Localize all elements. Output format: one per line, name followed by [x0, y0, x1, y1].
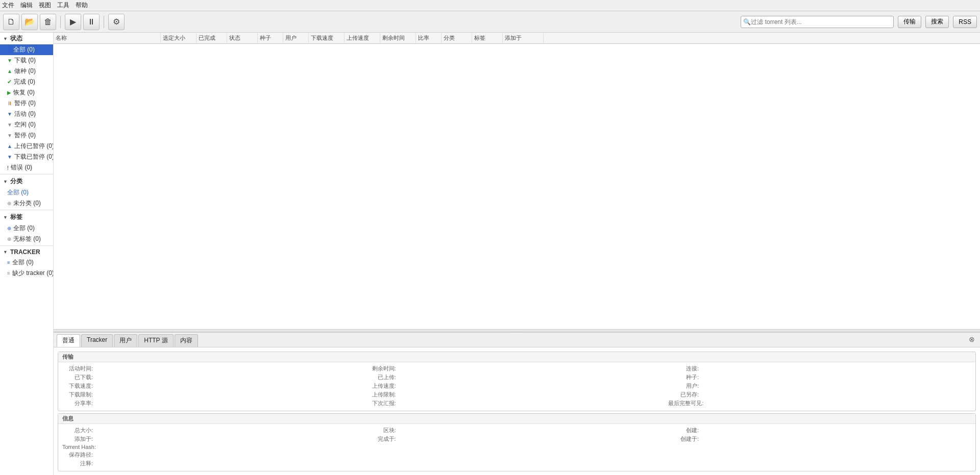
sidebar-item-paused[interactable]: ⏸ 暂停 (0) — [0, 98, 53, 109]
sidebar-item-idle[interactable]: ▼ 空闲 (0) — [0, 119, 53, 130]
menubar: 文件 编辑 视图 工具 帮助 — [0, 0, 980, 11]
upload-button[interactable]: 传输 — [898, 16, 921, 28]
dl-pause-icon: ▼ — [7, 154, 12, 160]
ul-speed-row: 上传速度: — [365, 382, 669, 390]
col-ratio[interactable]: 比率 — [416, 33, 442, 43]
col-tag[interactable]: 标签 — [472, 33, 503, 43]
hash-label: Torrent Hash: — [62, 444, 96, 450]
sidebar-item-seeding[interactable]: ▲ 做种 (0) — [0, 66, 53, 77]
tracker-section-header[interactable]: ▼ TRACKER — [0, 247, 53, 257]
pause-button[interactable]: ⏸ — [83, 14, 100, 30]
tab-content[interactable]: 内容 — [175, 334, 198, 347]
category-section-label: 分类 — [10, 177, 22, 186]
pieces-label: 区块: — [365, 427, 396, 434]
seed-label: 做种 (0) — [14, 67, 36, 76]
uncat-icon: ⊕ — [7, 201, 11, 206]
uploaded-label: 已上传: — [365, 373, 396, 381]
seeds-row: 种子: — [668, 373, 971, 382]
sidebar-item-downloading[interactable]: ▼ 下载 (0) — [0, 55, 53, 66]
sidebar-item-error[interactable]: ! 错误 (0) — [0, 162, 53, 173]
share-ratio-row: 分享率: — [62, 399, 365, 408]
tab-general[interactable]: 普通 — [57, 334, 80, 347]
sidebar: ▼ 状态 全部 (0) ▼ 下载 (0) ▲ 做种 (0) ✔ 完成 (0) ▶… — [0, 33, 54, 475]
menu-file[interactable]: 文件 — [2, 1, 14, 10]
sidebar-item-active[interactable]: ▼ 活动 (0) — [0, 109, 53, 119]
downloaded-label: 已下载: — [62, 373, 93, 381]
menu-help[interactable]: 帮助 — [76, 1, 88, 10]
sidebar-item-tag-all[interactable]: ⊕ 全部 (0) — [0, 223, 53, 234]
tracker-few-icon: ≡ — [7, 270, 10, 276]
tab-tracker[interactable]: Tracker — [81, 334, 113, 347]
added-at-label: 添加于: — [62, 435, 93, 443]
col-eta[interactable]: 剩余时间 — [380, 33, 416, 43]
sidebar-item-uncat[interactable]: ⊕ 未分类 (0) — [0, 198, 53, 209]
error-icon: ! — [7, 165, 9, 171]
delete-button[interactable]: 🗑 — [40, 14, 56, 30]
sidebar-item-resume[interactable]: ▶ 恢复 (0) — [0, 87, 53, 98]
active-time-row: 活动时间: — [62, 364, 365, 373]
status-section-header[interactable]: ▼ 状态 — [0, 33, 53, 44]
sidebar-item-dl-paused[interactable]: ▼ 下载已暂停 (0) — [0, 152, 53, 162]
detail-content: 传输 活动时间: 已下载: — [54, 347, 980, 475]
start-button[interactable]: ▶ — [65, 14, 81, 30]
col-category[interactable]: 分类 — [442, 33, 472, 43]
last-seen-row: 最后完整可见: — [668, 399, 971, 408]
resume-label: 恢复 (0) — [13, 88, 35, 97]
dl-arrow-icon: ▼ — [7, 58, 12, 63]
ul-speed-label: 上传速度: — [365, 382, 396, 390]
tab-peers[interactable]: 用户 — [114, 334, 137, 347]
sidebar-item-notag[interactable]: ⊕ 无标签 (0) — [0, 234, 53, 244]
sidebar-item-all[interactable]: 全部 (0) — [0, 44, 53, 55]
open-button[interactable]: 📂 — [21, 14, 38, 30]
next-announce-row: 下次汇报: — [365, 399, 669, 408]
sidebar-item-upload-paused[interactable]: ▲ 上传已暂停 (0) — [0, 141, 53, 152]
col-size[interactable]: 选定大小 — [161, 33, 197, 43]
uploaded-row: 已上传: — [365, 373, 669, 382]
downloaded-row: 已下载: — [62, 373, 365, 382]
tab-http[interactable]: HTTP 源 — [138, 334, 173, 347]
sidebar-item-queued[interactable]: ▼ 暂停 (0) — [0, 130, 53, 141]
created-by-row: 创建于: — [668, 435, 971, 443]
menu-view[interactable]: 视图 — [39, 1, 51, 10]
detail-close-button[interactable]: ⊗ — [967, 334, 977, 344]
add-torrent-button[interactable]: 🗋 — [3, 14, 19, 30]
settings-button[interactable]: ⚙ — [108, 14, 125, 30]
col-seeds[interactable]: 种子 — [258, 33, 283, 43]
sidebar-item-tracker-few[interactable]: ≡ 缺少 tracker (0) — [0, 268, 53, 279]
main-layout: ▼ 状态 全部 (0) ▼ 下载 (0) ▲ 做种 (0) ✔ 完成 (0) ▶… — [0, 33, 980, 475]
sidebar-item-cat-all[interactable]: 全部 (0) — [0, 187, 53, 198]
uncat-label: 未分类 (0) — [13, 199, 41, 208]
col-status[interactable]: 状态 — [227, 33, 258, 43]
created-by-label: 创建于: — [668, 435, 699, 443]
category-section-header[interactable]: ▼ 分类 — [0, 176, 53, 187]
detail-panel: 普通 Tracker 用户 HTTP 源 内容 ⊗ 传输 活动时间: — [54, 332, 980, 475]
torrent-list — [54, 44, 980, 329]
saved-row: 已另存: — [668, 390, 971, 399]
col-ul-speed[interactable]: 上传速度 — [345, 33, 380, 43]
info-col-1: 总大小: 添加于: Torrent Hash: — [62, 426, 365, 468]
col-name[interactable]: 名称 — [54, 33, 161, 43]
sidebar-item-complete[interactable]: ✔ 完成 (0) — [0, 77, 53, 87]
sidebar-item-tracker-all[interactable]: ≡ 全部 (0) — [0, 257, 53, 268]
status-collapse-icon: ▼ — [3, 36, 8, 41]
search-button[interactable]: 搜索 — [925, 16, 949, 28]
peers-row: 用户: — [668, 382, 971, 390]
remaining-time-row: 剩余时间: — [365, 364, 669, 373]
info-section: 信息 总大小: 添加于: — [58, 413, 976, 471]
menu-tools[interactable]: 工具 — [57, 1, 69, 10]
cat-all-icon: 全部 (0) — [7, 188, 29, 197]
idle-label: 空闲 (0) — [14, 120, 36, 129]
col-peers[interactable]: 用户 — [283, 33, 309, 43]
transfer-section: 传输 活动时间: 已下载: — [58, 352, 976, 411]
rss-button[interactable]: RSS — [953, 16, 977, 28]
search-input[interactable] — [751, 18, 884, 26]
tag-section-header[interactable]: ▼ 标签 — [0, 211, 53, 223]
col-added[interactable]: 添加于 — [503, 33, 544, 43]
seed-arrow-icon: ▲ — [7, 68, 12, 74]
next-announce-label: 下次汇报: — [365, 399, 396, 407]
col-done[interactable]: 已完成 — [197, 33, 227, 43]
col-dl-speed[interactable]: 下载速度 — [309, 33, 345, 43]
menu-edit[interactable]: 编辑 — [20, 1, 33, 10]
active-time-label: 活动时间: — [62, 365, 93, 372]
content-area: 名称 选定大小 已完成 状态 种子 用户 下载速度 上传速度 剩余时间 比率 分… — [54, 33, 980, 475]
